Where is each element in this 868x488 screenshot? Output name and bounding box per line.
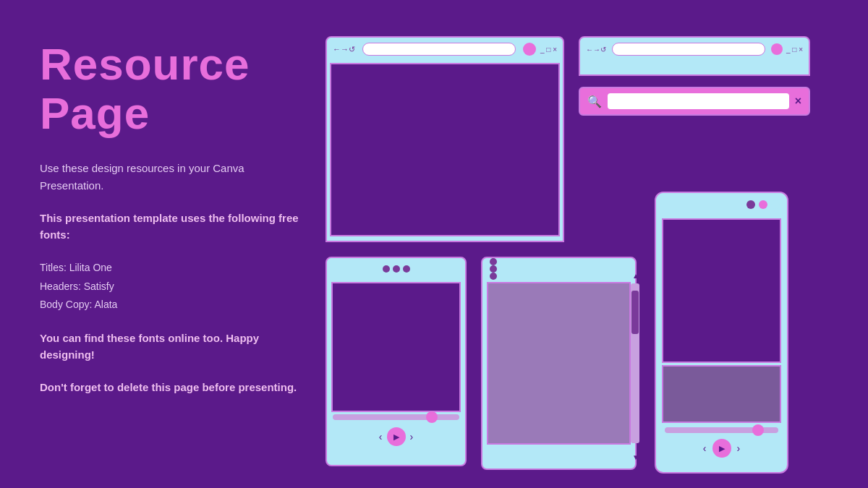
scrollbar-thumb[interactable]: [631, 291, 639, 334]
scroll-up-arrow[interactable]: ▲: [632, 272, 639, 280]
browser-titlebar: ←→↺ _ □ ×: [327, 38, 563, 61]
progress-dot: [426, 411, 438, 423]
online-fonts-note: You can find these fonts online too. Hap…: [40, 330, 307, 364]
nav-buttons-small: ←→↺: [586, 46, 606, 53]
player-left-screen: [331, 282, 461, 412]
circle-btn-small: [771, 43, 783, 55]
win-controls-small: _ □ ×: [786, 46, 803, 53]
browser-circle-btn: [523, 43, 536, 56]
doc-titlebar: [482, 258, 635, 280]
mobile-dot-1: [746, 200, 755, 209]
nav-buttons: ←→↺: [333, 45, 355, 54]
prev-button[interactable]: ‹: [379, 431, 383, 442]
illustrations-panel: ←→↺ _ □ × ←→↺ _ □ × 🔍 ×: [318, 29, 846, 470]
url-bar-small[interactable]: [612, 43, 765, 56]
font-list: Titles: Lilita One Headers: Satisfy Body…: [40, 259, 307, 314]
doc-dots: [490, 258, 497, 280]
browser-content-area: [330, 63, 560, 236]
dot-3: [403, 265, 410, 273]
doc-dot-3: [490, 273, 497, 280]
font-info-heading: This presentation template uses the foll…: [40, 210, 307, 244]
font-item-headers: Headers: Satisfy: [40, 278, 307, 296]
browser-small-titlebar: ←→↺ _ □ ×: [580, 38, 809, 61]
scrollbar-track: ▲ ▼: [631, 283, 639, 443]
browser-window-small: ←→↺ _ □ ×: [579, 36, 810, 76]
next-button[interactable]: ›: [410, 431, 414, 442]
search-input[interactable]: [608, 93, 789, 109]
doc-dot-1: [490, 258, 497, 265]
media-player-left: ‹ ▶ ›: [326, 257, 467, 466]
search-icon: 🔍: [587, 95, 602, 108]
delete-note: Don't forget to delete this page before …: [40, 379, 307, 395]
progress-bar: [333, 414, 459, 420]
search-bar[interactable]: 🔍 ×: [579, 87, 810, 116]
doc-dot-2: [490, 265, 497, 273]
scroll-down-arrow[interactable]: ▼: [632, 453, 639, 461]
win-controls: _ □ ×: [540, 46, 557, 53]
font-item-body: Body Copy: Alata: [40, 296, 307, 314]
browser-window-main: ←→↺ _ □ ×: [326, 36, 564, 242]
mobile-player: ‹ ▶ ›: [655, 192, 788, 474]
dot-2: [393, 265, 400, 273]
mobile-progress-bar: [665, 427, 778, 433]
mobile-dot-2: [759, 200, 767, 209]
doc-screen: ▲ ▼: [487, 282, 631, 445]
left-panel: Resource Page Use these design resources…: [40, 40, 307, 412]
close-icon[interactable]: ×: [795, 95, 801, 108]
play-button[interactable]: ▶: [387, 427, 406, 446]
mobile-screen-top: [662, 218, 781, 363]
subtitle-text: Use these design resources in your Canva…: [40, 160, 307, 194]
mobile-dot-3: [771, 200, 780, 209]
mobile-dots: [746, 200, 780, 209]
mobile-titlebar: [656, 193, 787, 216]
document-viewer: ▲ ▼: [481, 257, 637, 470]
controls-bar: ‹ ▶ ›: [327, 423, 465, 449]
mobile-progress-dot: [752, 424, 764, 436]
mobile-next-button[interactable]: ›: [737, 442, 741, 454]
font-item-titles: Titles: Lilita One: [40, 259, 307, 277]
page-title: Resource Page: [40, 40, 307, 138]
mobile-prev-button[interactable]: ‹: [703, 442, 707, 454]
window-dots: [383, 265, 410, 273]
player-left-titlebar: [327, 258, 465, 280]
mobile-screen-bottom: [662, 365, 781, 423]
mobile-play-button[interactable]: ▶: [712, 439, 731, 458]
mobile-controls-bar: ‹ ▶ ›: [656, 436, 787, 463]
url-bar[interactable]: [362, 43, 516, 56]
dot-1: [383, 265, 390, 273]
